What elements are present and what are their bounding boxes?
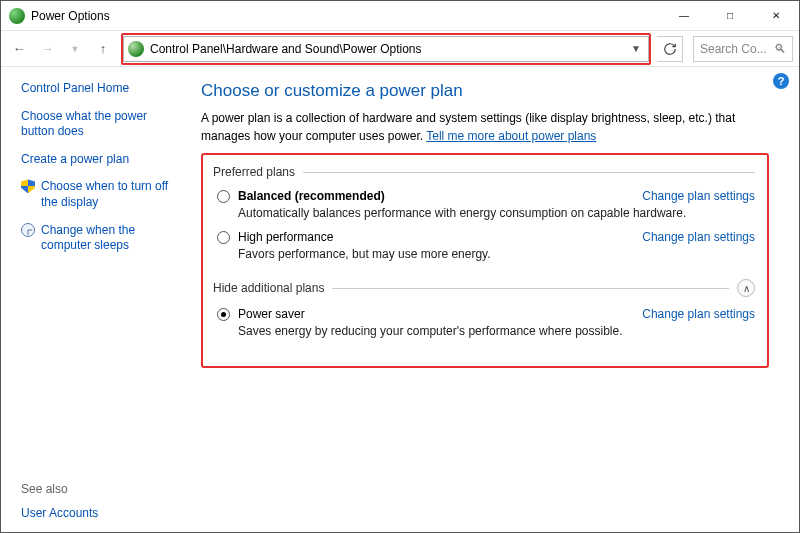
address-dropdown-icon[interactable]: ▼ — [628, 43, 644, 54]
see-also-label: See also — [21, 482, 181, 496]
sidebar-link[interactable]: Change when the computer sleeps — [41, 223, 181, 254]
annotation-highlight-plans: Preferred plans Balanced (recommended) C… — [201, 153, 769, 368]
address-path: Control Panel\Hardware and Sound\Power O… — [150, 42, 628, 56]
learn-more-link[interactable]: Tell me more about power plans — [426, 129, 596, 143]
refresh-button[interactable] — [657, 36, 683, 62]
window-root: Power Options — □ ✕ ← → ▼ ↑ Control Pane… — [0, 0, 800, 533]
plan-description: Automatically balances performance with … — [238, 206, 755, 220]
minimize-button[interactable]: — — [661, 1, 707, 31]
forward-button[interactable]: → — [35, 37, 59, 61]
change-plan-settings-link[interactable]: Change plan settings — [642, 230, 755, 244]
clock-icon — [21, 223, 35, 237]
group-preferred-plans: Preferred plans Balanced (recommended) C… — [213, 165, 755, 269]
up-button[interactable]: ↑ — [91, 37, 115, 61]
back-button[interactable]: ← — [7, 37, 31, 61]
close-button[interactable]: ✕ — [753, 1, 799, 31]
plan-description: Favors performance, but may use more ene… — [238, 247, 755, 261]
plan-name[interactable]: High performance — [238, 230, 333, 244]
sidebar-item-home[interactable]: Control Panel Home — [21, 81, 181, 97]
app-icon — [9, 8, 25, 24]
radio-power-saver[interactable] — [217, 308, 230, 321]
titlebar: Power Options — □ ✕ — [1, 1, 799, 31]
sidebar-link[interactable]: Control Panel Home — [21, 81, 129, 97]
sidebar-item-user-accounts[interactable]: User Accounts — [21, 506, 181, 522]
plan-name[interactable]: Balanced (recommended) — [238, 189, 385, 203]
plan-power-saver: Power saver Change plan settings Saves e… — [213, 305, 755, 346]
see-also-section: See also User Accounts — [21, 472, 181, 522]
search-placeholder: Search Co... — [700, 42, 774, 56]
recent-locations-button[interactable]: ▼ — [63, 37, 87, 61]
nav-row: ← → ▼ ↑ Control Panel\Hardware and Sound… — [1, 31, 799, 67]
sidebar-link[interactable]: Create a power plan — [21, 152, 129, 168]
sidebar-item-create-plan[interactable]: Create a power plan — [21, 152, 181, 168]
sidebar-item-turn-off-display[interactable]: Choose when to turn off the display — [21, 179, 181, 210]
maximize-button[interactable]: □ — [707, 1, 753, 31]
radio-high-performance[interactable] — [217, 231, 230, 244]
window-title: Power Options — [31, 9, 110, 23]
plan-balanced: Balanced (recommended) Change plan setti… — [213, 187, 755, 228]
radio-balanced[interactable] — [217, 190, 230, 203]
address-bar[interactable]: Control Panel\Hardware and Sound\Power O… — [123, 36, 649, 62]
main-content: Choose or customize a power plan A power… — [191, 67, 799, 532]
sidebar-link[interactable]: Choose when to turn off the display — [41, 179, 181, 210]
group-header: Preferred plans — [213, 165, 755, 179]
group-header-toggle[interactable]: Hide additional plans ∧ — [213, 279, 755, 297]
plan-high-performance: High performance Change plan settings Fa… — [213, 228, 755, 269]
change-plan-settings-link[interactable]: Change plan settings — [642, 307, 755, 321]
control-panel-icon — [128, 41, 144, 57]
group-additional-plans: Hide additional plans ∧ Power saver Chan… — [213, 279, 755, 346]
sidebar-item-power-button[interactable]: Choose what the power button does — [21, 109, 181, 140]
sidebar-item-computer-sleeps[interactable]: Change when the computer sleeps — [21, 223, 181, 254]
sidebar-link[interactable]: Choose what the power button does — [21, 109, 181, 140]
search-box[interactable]: Search Co... 🔍︎ — [693, 36, 793, 62]
plan-description: Saves energy by reducing your computer's… — [238, 324, 755, 338]
address-bar-container: Control Panel\Hardware and Sound\Power O… — [123, 36, 649, 62]
page-title: Choose or customize a power plan — [201, 81, 769, 101]
sidebar: Control Panel Home Choose what the power… — [1, 67, 191, 532]
change-plan-settings-link[interactable]: Change plan settings — [642, 189, 755, 203]
shield-icon — [21, 179, 35, 193]
plan-name[interactable]: Power saver — [238, 307, 305, 321]
body-area: ? Control Panel Home Choose what the pow… — [1, 67, 799, 532]
page-description: A power plan is a collection of hardware… — [201, 109, 769, 145]
chevron-up-icon[interactable]: ∧ — [737, 279, 755, 297]
search-icon: 🔍︎ — [774, 42, 786, 56]
sidebar-link[interactable]: User Accounts — [21, 506, 98, 522]
